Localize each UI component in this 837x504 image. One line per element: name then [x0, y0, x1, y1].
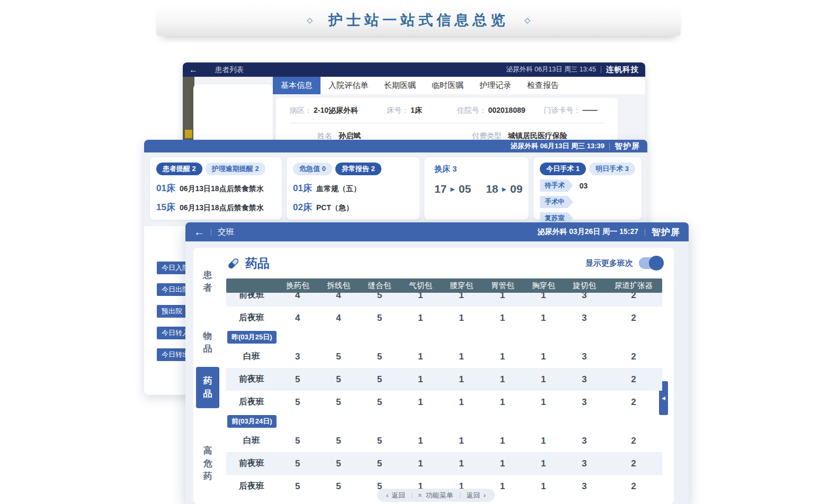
nav-divider	[412, 492, 412, 499]
brand-logo: 智护屏	[652, 226, 680, 238]
bed-change-card: 换床 3 17▶0518▶09	[424, 157, 529, 220]
column-header: 气切包	[400, 281, 441, 291]
surgery-status-tag: 待手术	[540, 179, 573, 192]
patient-detail-titlebar: ← 患者列表 泌尿外科 06月13日 周三 13:45 连帆科技	[183, 62, 645, 77]
reminder-card: 患者提醒 2护理逾期提醒 2 01床06月13日18点后禁食禁水15床06月13…	[150, 157, 282, 220]
field-value: 2-10泌尿外科	[314, 106, 358, 115]
tab-char: 品	[203, 388, 212, 400]
shift-row: 前夜班555111132	[226, 368, 662, 391]
bed-number: 02床	[293, 201, 312, 213]
chevron-left-icon: ‹	[386, 491, 388, 499]
nav-back-left[interactable]: ‹ 返回	[386, 491, 405, 500]
report-card: 危急值 0异常报告 2 01床血常规（五）02床PCT（急）	[287, 157, 420, 220]
count-cell: 5	[359, 374, 400, 385]
tab-char: 高	[203, 445, 212, 457]
count-cell: 5	[318, 397, 359, 408]
right-diamond-icon: ◇	[524, 16, 530, 24]
header-divider	[645, 229, 645, 236]
sidebar-tab-item[interactable]: 高危药	[196, 445, 219, 483]
item-text: 血常规（五）	[316, 184, 361, 194]
tab-char: 物	[203, 330, 212, 343]
name-value: 孙启斌	[339, 131, 361, 140]
sidebar-tab-active[interactable]: 药品	[196, 367, 219, 408]
count-cell: 1	[400, 374, 441, 385]
surgery-pill[interactable]: 明日手术 3	[589, 163, 635, 175]
back-arrow-icon[interactable]: ←	[194, 226, 204, 238]
count-cell: 1	[523, 458, 564, 469]
count-cell: 1	[523, 481, 564, 492]
from-bed: 18	[486, 183, 498, 195]
report-pill[interactable]: 危急值 0	[293, 163, 332, 175]
column-header: 拆线包	[318, 281, 359, 291]
surgery-count: 03	[580, 182, 588, 190]
tab-char: 药	[203, 470, 212, 483]
show-more-shifts-toggle[interactable]	[639, 257, 662, 269]
item-text: 06月13日18点后禁食禁水	[180, 184, 264, 194]
count-cell: 1	[482, 397, 523, 408]
toggle-knob	[649, 256, 664, 271]
tab-item[interactable]: 长期医嘱	[376, 77, 424, 94]
tab-char: 患	[203, 269, 212, 282]
from-bed: 17	[434, 183, 447, 195]
count-cell: 5	[359, 436, 400, 446]
count-cell: 1	[482, 436, 523, 446]
back-arrow-icon[interactable]: ←	[189, 65, 198, 75]
count-cell: 5	[359, 397, 400, 408]
collapse-arrow-icon: ◀	[662, 395, 665, 401]
tab-item[interactable]: 基本信息	[273, 77, 320, 94]
report-item: 02床PCT（急）	[293, 201, 413, 213]
count-cell: 5	[359, 313, 400, 323]
patient-info-card: 病区：2-10泌尿外科床号：1床住院号：002018089门诊卡号：—— 姓名 …	[276, 98, 618, 143]
count-cell: 5	[277, 436, 318, 446]
count-cell: 4	[277, 313, 318, 323]
patient-field: 病区：2-10泌尿外科	[290, 106, 387, 115]
count-cell: 1	[482, 458, 523, 469]
chevron-right-icon: ›	[484, 491, 486, 499]
reminder-pill[interactable]: 护理逾期提醒 2	[206, 163, 265, 175]
nav-function-menu[interactable]: « 功能菜单	[419, 491, 453, 500]
capsule-icon	[226, 256, 241, 271]
count-cell: 2	[605, 436, 662, 446]
count-cell: 4	[318, 313, 359, 323]
shift-label: 白班	[226, 435, 277, 446]
count-cell: 1	[400, 352, 441, 362]
tab-item[interactable]: 护理记录	[471, 77, 519, 94]
tab-item[interactable]: 检查报告	[519, 77, 567, 94]
tab-char: 危	[203, 457, 212, 470]
page-title: 护士站一站式信息总览	[328, 11, 509, 30]
bottom-nav-bar: ‹ 返回 « 功能菜单 返回 ›	[377, 489, 495, 502]
sidebar-tab-item[interactable]: 患者	[196, 269, 219, 294]
nurse-station-overview-screen: ◇ 护士站一站式信息总览 ◇ ← 患者列表 泌尿外科 06月13日 周三 13:…	[0, 0, 837, 504]
count-cell: 2	[605, 458, 662, 469]
surgery-pill[interactable]: 今日手术 1	[540, 163, 586, 175]
count-cell: 5	[359, 352, 400, 362]
count-cell: 1	[523, 436, 564, 446]
sidebar-tab-item[interactable]: 物品	[196, 330, 219, 355]
tab-item[interactable]: 临时医嘱	[424, 77, 471, 94]
surgery-pills: 今日手术 1明日手术 3	[540, 163, 635, 175]
count-cell: 5	[318, 352, 359, 362]
count-cell: 1	[523, 374, 564, 385]
count-cell: 3	[564, 397, 604, 408]
bed-number: 01床	[293, 182, 312, 194]
count-cell: 1	[441, 458, 482, 469]
count-cell: 5	[277, 481, 318, 492]
report-pill[interactable]: 异常报告 2	[335, 163, 381, 175]
medicine-section: 药品 显示更多班次 换药包拆线包缝合包气切包腰穿包胃管包胸穿包旋切包尿道扩张器 …	[226, 248, 662, 498]
count-cell: 5	[277, 458, 318, 469]
shift-label: 后夜班	[226, 397, 277, 408]
reminder-pills: 患者提醒 2护理逾期提醒 2	[156, 163, 275, 175]
date-tag: 昨(03月25日)	[227, 331, 277, 344]
patient-detail-body: 基本信息入院评估单长期医嘱临时医嘱护理记录检查报告 病区：2-10泌尿外科床号：…	[183, 77, 645, 143]
date-tag: 前(03月24日)	[227, 415, 277, 428]
surgery-status-tag: 手术中	[540, 196, 573, 208]
patient-field: 住院号：002018089	[457, 106, 544, 115]
tab-item[interactable]: 入院评估单	[320, 77, 376, 94]
shift-label: 前夜班	[226, 374, 277, 385]
nav-back-right[interactable]: 返回 ›	[467, 491, 486, 500]
report-pills: 危急值 0异常报告 2	[293, 163, 413, 175]
count-cell: 3	[564, 436, 604, 446]
brand-logo: 连帆科技	[606, 65, 639, 75]
reminder-pill[interactable]: 患者提醒 2	[156, 163, 202, 175]
count-cell: 1	[441, 374, 482, 385]
